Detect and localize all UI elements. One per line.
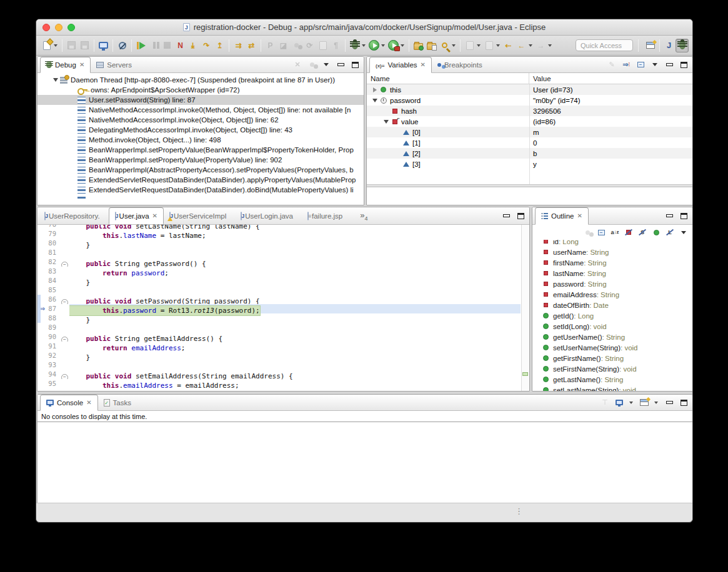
close-icon[interactable]: ✕ <box>79 61 84 68</box>
open-type-button[interactable] <box>412 39 425 52</box>
stack-frame-row[interactable] <box>37 195 364 200</box>
use-step-filters-button[interactable]: ⇉ <box>232 39 245 52</box>
clear-button[interactable]: ◪ <box>277 39 290 52</box>
step-into-button[interactable]: ⇥ <box>187 39 200 52</box>
variable-row[interactable]: [0] m <box>367 127 692 137</box>
outline-item[interactable]: setLastName(String) : void <box>532 385 692 392</box>
stack-frame-row[interactable]: User.setPassword(String) line: 87 <box>37 95 364 105</box>
minimize-window-button[interactable] <box>55 24 62 31</box>
display-console-button[interactable] <box>614 398 624 408</box>
outline-item[interactable]: getLastName() : String <box>532 374 692 385</box>
variable-row[interactable]: hash 3296506 <box>367 106 692 116</box>
code-line[interactable]: 94 public void setEmailAddress(String em… <box>37 370 529 379</box>
variable-row[interactable]: value (id=86) <box>367 116 692 127</box>
outline-view-menu[interactable] <box>679 227 689 237</box>
close-icon[interactable]: ✕ <box>86 399 91 406</box>
java-perspective-button[interactable]: J <box>662 39 676 52</box>
debug-minimize-button[interactable] <box>336 60 346 70</box>
line-number[interactable]: 87 <box>37 304 60 313</box>
stack-frame-row[interactable]: Method.invoke(Object, Object...) line: 4… <box>37 135 364 145</box>
stack-frame-row[interactable]: ExtendedServletRequestDataBinder(DataBin… <box>37 175 364 185</box>
step-over-button[interactable]: ↷ <box>200 39 213 52</box>
line-number[interactable]: 91 <box>37 342 60 351</box>
code-line[interactable]: 83 return password; <box>37 267 529 276</box>
variables-maximize-button[interactable] <box>679 60 689 70</box>
last-edit-location-button[interactable]: ⇠ <box>502 39 515 52</box>
expander-icon[interactable] <box>371 99 379 102</box>
run-dropdown[interactable] <box>381 44 385 47</box>
hide-local-types-button[interactable]: L <box>665 227 675 237</box>
show-type-names-button[interactable]: ✎ <box>607 60 617 70</box>
code-line[interactable]: 79 this.lastName = lastName; <box>37 229 529 239</box>
variables-view-menu[interactable] <box>650 60 660 70</box>
open-console-button[interactable] <box>639 398 649 408</box>
save-button[interactable] <box>65 39 78 52</box>
console-minimize-button[interactable] <box>664 398 674 408</box>
show-paragraphs-button[interactable]: ¶ <box>329 39 342 52</box>
open-resource-button[interactable] <box>425 39 438 52</box>
step-return-button[interactable]: ↥ <box>213 39 226 52</box>
stack-frame-row[interactable]: owns: AprEndpoint$AprSocketWrapper (id=7… <box>37 85 364 95</box>
line-number[interactable]: 85 <box>37 285 60 295</box>
outline-item[interactable]: emailAddress : String <box>532 289 692 300</box>
profile-button[interactable]: P <box>264 39 277 52</box>
code-line[interactable]: 88 } <box>37 313 529 323</box>
column-name[interactable]: Name <box>367 73 529 84</box>
editor-tab[interactable]: User.java ✕ <box>109 207 164 224</box>
debug-perspective-button[interactable] <box>676 39 689 52</box>
expander-icon[interactable] <box>382 120 390 124</box>
search-button[interactable] <box>438 39 451 52</box>
editor-minimize-button[interactable] <box>501 211 511 221</box>
outline-item[interactable]: getUserName() : String <box>532 332 692 342</box>
overview-ruler[interactable] <box>521 225 529 392</box>
stack-frame-row[interactable]: BeanWrapperImpl(AbstractPropertyAccessor… <box>37 165 364 175</box>
hide-non-public-button[interactable] <box>651 227 661 237</box>
detail-pane[interactable] <box>367 187 692 205</box>
tab-servers[interactable]: Servers <box>91 57 137 73</box>
code-line[interactable]: 80 } <box>37 239 529 248</box>
line-number[interactable]: 89 <box>37 323 60 332</box>
suspend-button[interactable] <box>147 39 161 52</box>
tab-breakpoints[interactable]: Breakpoints <box>432 57 488 73</box>
remove-all-terminated-button[interactable]: ✕ <box>292 60 302 70</box>
disconnect-button[interactable]: N <box>174 39 187 52</box>
code-line[interactable]: 86 public void setPassword(String passwo… <box>37 295 529 304</box>
occurrence-marker[interactable] <box>522 372 528 376</box>
code-line[interactable]: 85 <box>37 285 529 295</box>
code-line[interactable]: 92 } <box>37 351 529 360</box>
focus-button[interactable] <box>582 227 592 237</box>
outline-item[interactable]: setId(Long) : void <box>532 321 692 332</box>
open-perspective-button[interactable] <box>644 39 657 52</box>
debug-dropdown[interactable] <box>362 44 366 47</box>
fold-marker[interactable] <box>60 267 69 276</box>
fold-marker[interactable] <box>60 229 69 239</box>
close-icon[interactable]: ✕ <box>421 61 426 68</box>
code-line[interactable]: 91 return emailAddress; <box>37 342 529 351</box>
fold-marker[interactable] <box>60 342 69 351</box>
open-declaration-button[interactable] <box>316 39 329 52</box>
quick-access-input[interactable] <box>576 39 633 51</box>
outline-item[interactable]: lastName : String <box>532 268 692 279</box>
close-icon[interactable]: ✕ <box>152 212 157 219</box>
skip-all-breakpoints-button[interactable] <box>116 39 129 52</box>
pin-console-button[interactable]: ⊤ <box>600 398 610 408</box>
fold-marker[interactable] <box>60 332 69 342</box>
tab-outline[interactable]: Outline ✕ <box>535 207 589 225</box>
display-console-dropdown[interactable] <box>629 402 633 404</box>
statusbar-drag-handle[interactable]: ⋮ <box>515 506 523 516</box>
tab-overflow-chevron[interactable]: »4 <box>351 210 372 224</box>
open-console-dropdown[interactable] <box>654 402 658 404</box>
run-secure-button[interactable] <box>387 39 400 52</box>
line-number[interactable]: 78 <box>37 225 60 229</box>
line-number[interactable]: 79 <box>37 229 60 239</box>
line-number[interactable]: 93 <box>37 360 60 370</box>
outline-item[interactable]: firstName : String <box>532 257 692 268</box>
collapse-all-button[interactable] <box>596 227 606 237</box>
expander-icon[interactable] <box>371 87 379 92</box>
debug-button[interactable] <box>348 39 361 52</box>
fold-marker[interactable] <box>60 313 69 323</box>
back-button[interactable]: ← <box>515 39 528 52</box>
coverage-button[interactable] <box>290 39 303 52</box>
variable-row[interactable]: [3] y <box>367 159 692 169</box>
close-icon[interactable]: ✕ <box>577 212 582 219</box>
